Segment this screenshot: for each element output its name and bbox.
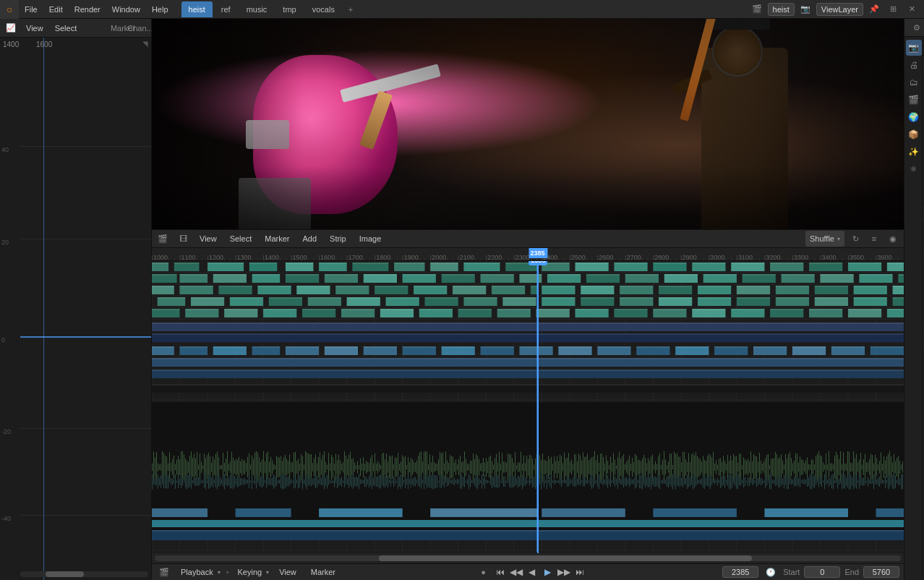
props-viewlayer-icon[interactable]: 🗂	[906, 74, 922, 90]
jump-to-prev-button[interactable]: ◀◀	[509, 565, 523, 579]
seq-add-menu[interactable]: Add	[298, 231, 321, 247]
props-render-icon[interactable]: 📷	[906, 40, 922, 56]
tab-ref[interactable]: ref	[214, 1, 238, 17]
tab-tmp[interactable]: tmp	[275, 1, 303, 17]
scrollbar-thumb[interactable]	[379, 555, 752, 561]
end-frame-display[interactable]: 5760	[863, 566, 899, 578]
main-container: 📈 View Select Marker Chan... ◥ 1400 1600…	[0, 19, 924, 580]
props-physics-icon[interactable]: ⚛	[906, 161, 922, 177]
refresh-icon[interactable]: ↻	[847, 231, 863, 247]
playback-dropdown-arrow: ▾	[218, 569, 221, 576]
playback-label[interactable]: Playback	[178, 568, 216, 576]
viewlayer-name[interactable]: ViewLayer	[816, 3, 863, 16]
scene-name[interactable]: heist	[768, 3, 795, 16]
tab-heist[interactable]: heist	[181, 1, 213, 17]
close-icon[interactable]: ✕	[904, 1, 920, 17]
menu-window[interactable]: Window	[106, 0, 146, 19]
channel-menu[interactable]: Chan...	[132, 20, 148, 36]
keying-dropdown-arrow: ▾	[266, 569, 269, 576]
bottom-marker-menu[interactable]: Marker	[307, 564, 340, 580]
pin-icon[interactable]: 📌	[866, 1, 882, 17]
playhead[interactable]: 2385	[537, 261, 539, 553]
center-panel: 🎬 🎞 View Select Marker Add Strip Image S…	[152, 19, 904, 580]
scene-icon: 🎬	[749, 1, 765, 17]
separator-1: •	[226, 568, 229, 576]
keying-mode: Keying ▾	[235, 568, 270, 576]
seq-settings-icon[interactable]: ≡	[866, 231, 882, 247]
props-particles-icon[interactable]: ✨	[906, 144, 922, 160]
grid-line-neg40	[20, 515, 151, 516]
editor-type-icon[interactable]: 📈	[3, 20, 19, 36]
grid-label-20: 20	[1, 239, 9, 246]
tab-music[interactable]: music	[239, 1, 275, 17]
keying-label[interactable]: Keying	[235, 568, 265, 576]
bottom-view-menu[interactable]: View	[275, 564, 301, 580]
right-panel: ⚙ ViewLayer 📌 ⊞ 📷 🖨 🗂 🎬 🌍 📦 ✨ ⚛ 🔍	[904, 19, 924, 580]
sequencer-icon2[interactable]: 🎞	[175, 231, 191, 247]
menu-file[interactable]: File	[19, 0, 43, 19]
left-scrollbar-thumb[interactable]	[46, 571, 84, 577]
frame-info: 2385 🕐 Start 0 End 5760	[722, 564, 899, 580]
seq-image-menu[interactable]: Image	[355, 231, 386, 247]
seq-overlay-icon[interactable]: ◉	[885, 231, 901, 247]
scrollbar-track[interactable]	[155, 555, 901, 561]
playback-mode: Playback ▾	[178, 568, 221, 576]
viewlayer-header: ⚙ ViewLayer 📌 ⊞	[904, 19, 924, 37]
properties-type-icon[interactable]: ⚙	[909, 20, 924, 35]
blender-logo[interactable]: ○	[0, 0, 19, 19]
viewlayer-icon: 📷	[797, 1, 813, 17]
panel-resize-corner[interactable]: ◥	[140, 38, 151, 49]
props-scene-icon[interactable]: 🎬	[906, 92, 922, 108]
grid-label-0: 0	[1, 336, 5, 344]
bottom-bar: 🎬 Playback ▾ • Keying ▾ View Marker ● ⏮ …	[152, 563, 904, 580]
seq-select-menu[interactable]: Select	[226, 231, 257, 247]
cinema-overlay	[152, 19, 904, 229]
current-frame-display[interactable]: 2385	[722, 566, 758, 578]
start-frame-display[interactable]: 0	[804, 566, 840, 578]
clock-icon: 🕐	[763, 564, 779, 580]
cursor-x-label: 1400	[3, 40, 19, 48]
grid-label-neg20: -20	[1, 428, 11, 435]
grid-line-neg20	[20, 428, 151, 429]
props-output-icon[interactable]: 🖨	[906, 57, 922, 73]
seq-view-menu[interactable]: View	[195, 231, 221, 247]
menu-render[interactable]: Render	[69, 0, 106, 19]
playhead-marker: 2385	[529, 261, 547, 265]
seq-marker-menu[interactable]: Marker	[260, 231, 294, 247]
seq-right-controls: Shuffle ▾ ↻ ≡ ◉	[805, 231, 901, 247]
shuffle-label: Shuffle	[810, 234, 834, 243]
props-object-icon[interactable]: 📦	[906, 127, 922, 142]
props-wrapper: 📷 🖨 🗂 🎬 🌍 📦 ✨ ⚛ 🔍	[904, 37, 924, 580]
left-scrollbar-track[interactable]	[20, 571, 148, 577]
bottom-editor-icon[interactable]: 🎬	[156, 564, 172, 580]
props-icon-strip: 📷 🖨 🗂 🎬 🌍 📦 ✨ ⚛	[904, 37, 923, 580]
menu-edit[interactable]: Edit	[43, 0, 69, 19]
play-reverse-button[interactable]: ◀	[525, 565, 539, 579]
add-tab-button[interactable]: +	[343, 2, 358, 17]
graph-select-menu[interactable]: Select	[51, 20, 82, 36]
tab-vocals[interactable]: vocals	[305, 1, 342, 17]
sequencer-type-icon[interactable]: 🎬	[155, 231, 171, 247]
play-button[interactable]: ▶	[541, 565, 555, 579]
shuffle-dropdown-arrow: ▾	[837, 236, 840, 242]
jump-to-next-button[interactable]: ▶▶	[557, 565, 571, 579]
end-label: End	[844, 568, 859, 576]
left-panel: 📈 View Select Marker Chan... ◥ 1400 1600…	[0, 19, 152, 580]
props-world-icon[interactable]: 🌍	[906, 109, 922, 125]
graph-view-menu[interactable]: View	[22, 20, 48, 36]
seq-strip-menu[interactable]: Strip	[325, 231, 351, 247]
shuffle-dropdown[interactable]: Shuffle ▾	[805, 231, 844, 247]
left-panel-toolbar: 📈 View Select Marker Chan...	[0, 19, 151, 38]
timeline-strips-area[interactable]: 2385	[152, 261, 904, 553]
jump-to-start-button[interactable]: ⏮	[493, 565, 508, 579]
jump-to-end-button[interactable]: ⏭	[573, 565, 587, 579]
selection-bar	[20, 336, 151, 338]
menu-help[interactable]: Help	[146, 0, 174, 19]
grid-line-40	[20, 146, 151, 147]
playback-controls: ● ⏮ ◀◀ ◀ ▶ ▶▶ ⏭	[476, 564, 587, 580]
new-window-icon[interactable]: ⊞	[885, 1, 901, 17]
start-label: Start	[783, 568, 800, 576]
timeline-scrollbar[interactable]	[152, 553, 904, 563]
cursor-y-label: 1600	[36, 40, 52, 48]
playhead-indicator: ●	[476, 564, 492, 580]
